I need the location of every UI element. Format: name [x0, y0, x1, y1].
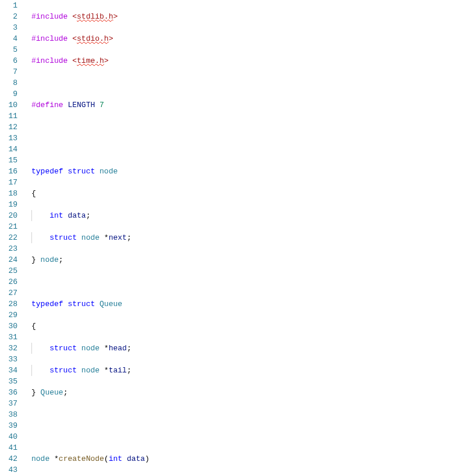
code-line[interactable] — [31, 122, 451, 133]
kw-struct: struct — [68, 300, 100, 308]
semicolon: ; — [63, 388, 68, 397]
line-number: 40 — [6, 431, 17, 442]
line-number: 22 — [6, 232, 17, 243]
line-number: 37 — [6, 398, 17, 409]
line-number: 25 — [6, 265, 17, 276]
type-int: int — [49, 211, 68, 220]
line-number: 11 — [6, 111, 17, 122]
line-number-gutter: 1 2 3 4 5 6 7 8 9 10 11 12 13 14 15 16 1… — [0, 0, 27, 476]
preproc-include: #include — [31, 12, 72, 21]
brace-open: { — [31, 322, 36, 331]
kw-typedef: typedef — [31, 167, 68, 176]
angle-lt: < — [72, 56, 77, 65]
line-number: 29 — [6, 310, 17, 321]
field-name: next — [109, 233, 127, 242]
line-number: 1 — [6, 0, 17, 11]
preproc-include: #include — [31, 56, 72, 65]
field-name: head — [109, 344, 127, 353]
code-line[interactable]: struct node *tail; — [31, 365, 451, 376]
typedef-name: Queue — [41, 388, 63, 397]
code-line[interactable]: #define LENGTH 7 — [31, 100, 451, 111]
semicolon: ; — [86, 211, 91, 220]
star: * — [104, 366, 109, 375]
rparen: ) — [145, 454, 150, 463]
line-number: 4 — [6, 33, 17, 44]
star: * — [54, 454, 59, 463]
struct-name: node — [81, 233, 104, 242]
code-line[interactable]: #include <time.h> — [31, 55, 451, 66]
kw-struct: struct — [68, 167, 100, 176]
code-line[interactable]: struct node *next; — [31, 232, 451, 243]
field-name: tail — [109, 366, 127, 375]
line-number: 3 — [6, 22, 17, 33]
code-line[interactable] — [31, 276, 451, 287]
code-line[interactable]: node *createNode(int data) — [31, 453, 451, 464]
line-number: 14 — [6, 144, 17, 155]
code-line[interactable] — [31, 409, 451, 420]
line-number: 43 — [6, 464, 17, 475]
preproc-define: #define — [31, 101, 68, 109]
param-type: int — [109, 454, 127, 463]
code-line[interactable]: } Queue; — [31, 387, 451, 398]
line-number: 16 — [6, 166, 17, 177]
line-number: 32 — [6, 343, 17, 354]
code-line[interactable]: typedef struct Queue — [31, 299, 451, 310]
code-line[interactable]: int data; — [31, 210, 451, 221]
kw-struct: struct — [49, 366, 81, 375]
kw-struct: struct — [49, 233, 81, 242]
angle-gt: > — [113, 12, 118, 21]
semicolon: ; — [127, 344, 132, 353]
func-name: createNode — [59, 454, 104, 463]
angle-gt: > — [109, 34, 113, 43]
line-number: 33 — [6, 354, 17, 365]
code-line[interactable] — [31, 144, 451, 155]
brace-close: } — [31, 255, 41, 264]
header-name: stdio.h — [77, 34, 109, 43]
star: * — [104, 344, 109, 353]
lparen: ( — [104, 454, 109, 463]
line-number: 2 — [6, 11, 17, 22]
field-name: data — [68, 211, 86, 220]
code-line[interactable]: struct node *head; — [31, 343, 451, 354]
code-line[interactable]: { — [31, 188, 451, 199]
line-number: 15 — [6, 155, 17, 166]
line-number: 18 — [6, 188, 17, 199]
line-number: 31 — [6, 332, 17, 343]
code-line[interactable]: typedef struct node — [31, 166, 451, 177]
code-line[interactable]: #include <stdlib.h> — [31, 11, 451, 22]
semicolon: ; — [127, 366, 132, 375]
line-number: 35 — [6, 376, 17, 387]
struct-name: node — [81, 366, 104, 375]
typedef-name: node — [41, 255, 59, 264]
line-number: 21 — [6, 221, 17, 232]
macro-value: 7 — [100, 101, 104, 109]
line-number: 38 — [6, 409, 17, 420]
code-line[interactable]: #include <stdio.h> — [31, 33, 451, 44]
line-number: 9 — [6, 88, 17, 100]
code-line[interactable] — [31, 77, 451, 88]
brace-close: } — [31, 388, 41, 397]
line-number: 8 — [6, 77, 17, 88]
header-name: time.h — [77, 56, 104, 65]
line-number: 28 — [6, 299, 17, 310]
line-number: 19 — [6, 199, 17, 210]
angle-gt: > — [104, 56, 109, 65]
kw-struct: struct — [49, 344, 81, 353]
line-number: 27 — [6, 287, 17, 299]
line-number: 36 — [6, 387, 17, 398]
param-name: data — [127, 454, 145, 463]
line-number: 20 — [6, 210, 17, 221]
line-number: 34 — [6, 365, 17, 376]
code-line[interactable]: } node; — [31, 254, 451, 265]
semicolon: ; — [59, 255, 63, 264]
code-line[interactable] — [31, 431, 451, 442]
line-number: 17 — [6, 177, 17, 188]
code-line[interactable]: { — [31, 321, 451, 332]
code-editor[interactable]: #include <stdlib.h> #include <stdio.h> #… — [27, 0, 451, 476]
brace-open: { — [31, 189, 36, 198]
line-number: 5 — [6, 44, 17, 55]
struct-name: node — [100, 167, 118, 176]
angle-lt: < — [72, 12, 77, 21]
semicolon: ; — [127, 233, 132, 242]
header-name: stdlib.h — [77, 12, 113, 21]
